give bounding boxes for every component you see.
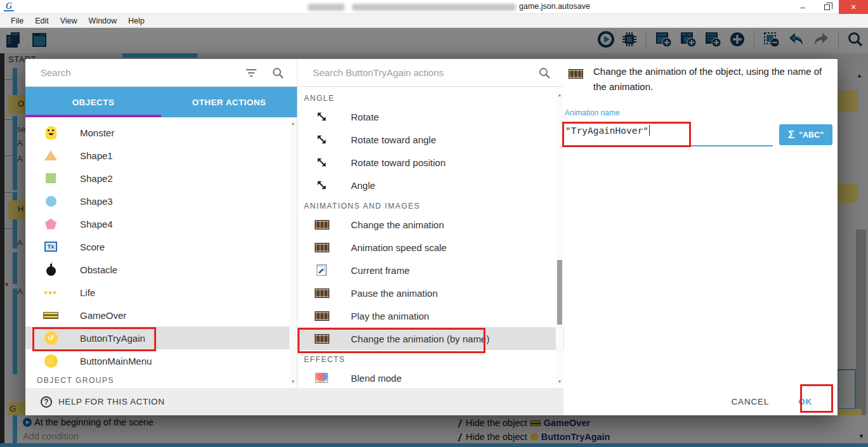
action-search-input[interactable] — [298, 67, 538, 78]
gdevelop-logo-icon: G — [4, 1, 14, 11]
app-window: G game.json.autosave – ✕ File Edit View … — [0, 0, 868, 447]
object-list: Monster Shape1 Shape2 Shape3 Shape4 TxSc… — [25, 117, 297, 388]
menu-file[interactable]: File — [5, 16, 29, 25]
action-item-change-animation-by-name[interactable]: Change the animation (by name) — [298, 327, 564, 350]
object-search-row — [25, 59, 297, 87]
blurred-title-segment — [308, 4, 345, 11]
rotate-icon — [316, 111, 327, 122]
object-item-shape3[interactable]: Shape3 — [25, 190, 297, 212]
action-item-blend-mode[interactable]: Blend mode — [298, 366, 564, 388]
dialog-footer: ? HELP FOR THIS ACTION CANCEL OK — [25, 388, 838, 415]
action-item-rotate-toward-position[interactable]: Rotate toward position — [298, 151, 564, 174]
filter-icon[interactable] — [245, 68, 258, 78]
action-parameters-panel: Change the animation of the object, usin… — [563, 59, 838, 388]
help-link[interactable]: HELP FOR THIS ACTION — [58, 397, 165, 406]
text-cursor — [649, 125, 650, 136]
object-item-gameover[interactable]: GameOver — [25, 304, 297, 327]
close-button[interactable]: ✕ — [839, 0, 868, 14]
menu-bar: File Edit View Window Help — [0, 14, 868, 28]
circle-icon — [46, 196, 56, 207]
object-item-shape1[interactable]: Shape1 — [25, 144, 297, 167]
object-item-shape2[interactable]: Shape2 — [25, 167, 297, 190]
action-item-rotate[interactable]: Rotate — [298, 105, 564, 128]
film-icon — [315, 334, 329, 344]
search-icon[interactable] — [272, 67, 284, 79]
actions-panel: ANGLE Rotate Rotate toward angle Rotate … — [297, 59, 563, 388]
scroll-down-icon[interactable]: ▼ — [289, 379, 297, 384]
blend-mode-icon — [315, 373, 328, 383]
action-item-change-animation[interactable]: Change the animation — [298, 213, 564, 236]
section-angle: ANGLE — [298, 89, 564, 105]
title-bar: G game.json.autosave – ✕ — [0, 0, 868, 14]
action-list: ANGLE Rotate Rotate toward angle Rotate … — [298, 87, 564, 388]
hearts-icon: ♥♥♥ — [44, 289, 58, 296]
search-icon[interactable] — [538, 67, 551, 79]
objects-panel: OBJECTS OTHER ACTIONS Monster Shape1 Sha… — [25, 59, 297, 388]
restore-button[interactable] — [815, 0, 839, 14]
bomb-icon — [46, 266, 56, 276]
action-description: Change the animation of the object, usin… — [593, 64, 828, 94]
menu-help[interactable]: Help — [122, 16, 150, 25]
action-item-current-frame[interactable]: Current frame — [298, 259, 564, 282]
text-object-icon: Tx — [44, 242, 57, 252]
field-underline — [563, 145, 773, 146]
rotate-icon — [316, 157, 327, 168]
menu-edit[interactable]: Edit — [29, 16, 55, 25]
object-item-obstacle[interactable]: Obstacle — [25, 258, 297, 281]
section-effects: EFFECTS — [298, 350, 564, 366]
action-item-animation-speed-scale[interactable]: Animation speed scale — [298, 236, 564, 259]
window-title: game.json.autosave — [519, 2, 590, 11]
ok-button[interactable]: OK — [798, 397, 812, 406]
object-item-shape4[interactable]: Shape4 — [25, 212, 297, 235]
monster-icon — [46, 126, 56, 139]
object-item-life[interactable]: ♥♥♥Life — [25, 281, 297, 304]
object-tabs: OBJECTS OTHER ACTIONS — [25, 87, 297, 117]
object-search-input[interactable] — [25, 67, 245, 78]
film-icon — [315, 311, 329, 321]
action-item-play-animation[interactable]: Play the animation — [298, 304, 564, 327]
object-list-scrollbar[interactable]: ▲ ▼ — [289, 120, 297, 385]
rotate-icon — [316, 179, 327, 191]
film-icon — [315, 288, 329, 298]
menu-window[interactable]: Window — [83, 16, 122, 25]
scroll-up-icon[interactable]: ▲ — [556, 93, 563, 97]
film-icon — [315, 220, 329, 230]
home-icon: ⌂ — [44, 354, 58, 368]
cancel-button[interactable]: CANCEL — [732, 397, 770, 406]
square-icon — [46, 173, 56, 183]
gameover-sprite-icon — [43, 312, 58, 319]
object-item-buttonmainmenu[interactable]: ⌂ButtonMainMenu — [25, 349, 297, 372]
animation-name-field[interactable]: "TryAgainHover" — [565, 125, 650, 136]
object-item-score[interactable]: TxScore — [25, 235, 297, 258]
object-item-monster[interactable]: Monster — [25, 121, 297, 144]
triangle-icon — [44, 150, 57, 160]
rotate-icon — [316, 134, 327, 145]
action-item-pause-animation[interactable]: Pause the animation — [298, 282, 564, 304]
film-icon — [569, 69, 583, 79]
blurred-title-segment — [352, 4, 516, 11]
action-list-scrollbar[interactable]: ▲ ▼ — [556, 91, 563, 385]
film-icon — [315, 243, 329, 252]
section-animations-images: ANIMATIONS AND IMAGES — [298, 197, 564, 213]
retry-icon: ↺ — [44, 332, 58, 345]
tab-objects[interactable]: OBJECTS — [25, 87, 161, 117]
help-icon: ? — [41, 396, 52, 408]
frame-icon — [317, 264, 327, 276]
tab-other-actions[interactable]: OTHER ACTIONS — [161, 87, 297, 117]
choose-action-dialog: OBJECTS OTHER ACTIONS Monster Shape1 Sha… — [25, 59, 838, 415]
action-item-rotate-toward-angle[interactable]: Rotate toward angle — [298, 128, 564, 151]
expression-editor-button[interactable]: Σ "ABC" — [779, 124, 832, 145]
scroll-up-icon[interactable]: ▲ — [289, 121, 297, 126]
restore-icon — [824, 4, 830, 10]
menu-view[interactable]: View — [55, 16, 83, 25]
minimize-button[interactable]: – — [791, 0, 815, 14]
action-item-angle[interactable]: Angle — [298, 174, 564, 197]
scrollbar-thumb[interactable] — [557, 260, 562, 325]
action-search-row — [298, 59, 563, 87]
object-groups-header: OBJECT GROUPS — [25, 372, 297, 388]
scroll-down-icon[interactable]: ▼ — [556, 379, 563, 384]
object-item-buttontryagain[interactable]: ↺ButtonTryAgain — [25, 327, 297, 349]
pentagon-icon — [45, 219, 56, 230]
sigma-icon: Σ — [788, 129, 794, 141]
animation-name-label: Animation name — [565, 108, 620, 117]
